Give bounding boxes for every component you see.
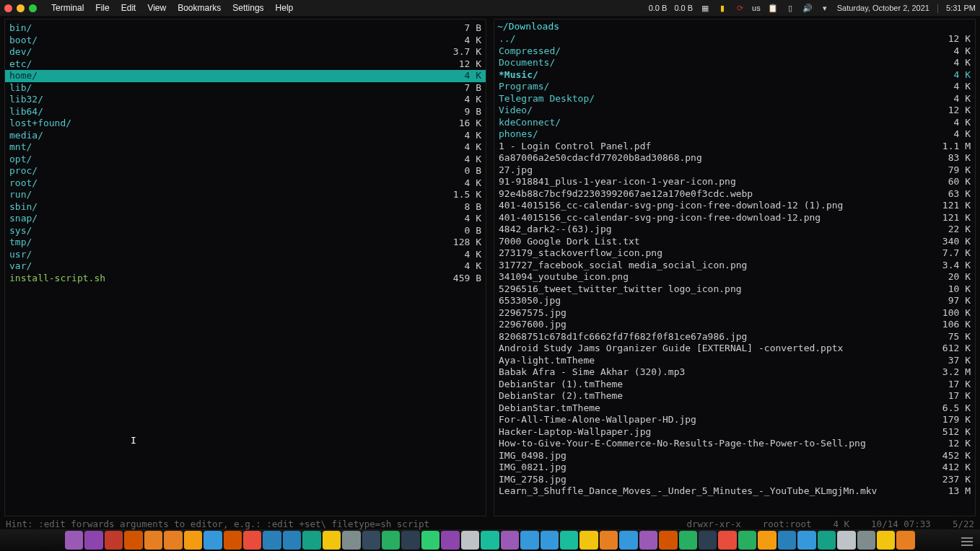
list-item[interactable]: kdeConnect/4 K <box>494 117 975 129</box>
dock-app-2[interactable] <box>105 531 123 550</box>
list-item[interactable]: lib/7 B <box>5 82 486 94</box>
list-item[interactable]: 401-4015156_cc-calendar-svg-png-icon-fre… <box>494 212 975 224</box>
update-icon[interactable]: ⟳ <box>735 3 745 13</box>
dock-app-19[interactable] <box>441 531 459 550</box>
list-item[interactable]: sys/0 B <box>5 225 486 237</box>
dock-app-29[interactable] <box>639 531 657 550</box>
dock-app-0[interactable] <box>65 531 83 550</box>
dock-app-20[interactable] <box>461 531 479 550</box>
menu-file[interactable]: File <box>89 3 115 13</box>
dock-app-31[interactable] <box>679 531 697 550</box>
dock-app-13[interactable] <box>323 531 341 550</box>
dock-app-11[interactable] <box>283 531 301 550</box>
dock-app-27[interactable] <box>600 531 618 550</box>
list-item[interactable]: 7000 Google Dork List.txt340 K <box>494 236 975 248</box>
menu-bookmarks[interactable]: Bookmarks <box>172 3 227 13</box>
dock-app-23[interactable] <box>520 531 538 550</box>
list-item[interactable]: media/4 K <box>5 130 486 142</box>
dock-app-25[interactable] <box>560 531 578 550</box>
list-item[interactable]: dev/3.7 K <box>5 46 486 58</box>
chevron-down-icon[interactable]: ▾ <box>820 3 830 13</box>
list-item[interactable]: lib64/9 B <box>5 106 486 118</box>
menu-settings[interactable]: Settings <box>227 3 269 13</box>
list-item[interactable]: Documents/4 K <box>494 57 975 69</box>
list-item[interactable]: proc/0 B <box>5 165 486 177</box>
dock-app-28[interactable] <box>619 531 637 550</box>
list-item[interactable]: mnt/4 K <box>5 141 486 154</box>
list-item[interactable]: 6a87006a2e50cdacfd77020b8ad30868.png83 K <box>494 152 975 164</box>
dock-app-35[interactable] <box>758 531 776 550</box>
dock-app-7[interactable] <box>204 531 222 550</box>
dock-app-3[interactable] <box>124 531 142 550</box>
list-item[interactable]: 92e4b88c7bcf9d22303992067ae12a170e0f3cdc… <box>494 188 975 200</box>
dock-app-15[interactable] <box>362 531 380 550</box>
list-item[interactable]: run/1.5 K <box>5 189 486 201</box>
list-item[interactable]: Hacker-Laptop-Wallpaper.jpg512 K <box>494 426 975 438</box>
list-item[interactable]: How-to-Give-Your-E-Commerce-No-Results-P… <box>494 438 975 450</box>
right-pane[interactable]: ~/Downloads ../12 KCompressed/4 KDocumen… <box>494 19 976 516</box>
dock-app-38[interactable] <box>818 531 836 550</box>
list-item[interactable]: 1 - Login Control Panel.pdf1.1 M <box>494 141 975 153</box>
list-item[interactable]: 22967600.jpg106 K <box>494 319 975 331</box>
list-item[interactable]: Android Study Jams Organizer Guide [EXTE… <box>494 343 975 355</box>
list-item[interactable]: 82068751c678d1fc6662fd7f682f0f81ce67a986… <box>494 331 975 343</box>
list-item[interactable]: DebianStar (2).tmTheme17 K <box>494 390 975 402</box>
list-item[interactable]: bin/7 B <box>5 22 486 35</box>
clipboard-icon[interactable]: 📋 <box>768 3 778 13</box>
dock-app-16[interactable] <box>382 531 400 550</box>
list-item[interactable]: IMG_0498.jpg452 K <box>494 450 975 462</box>
dock-app-9[interactable] <box>243 531 261 550</box>
list-item[interactable]: sbin/8 B <box>5 201 486 213</box>
dock-app-30[interactable] <box>659 531 677 550</box>
list-item[interactable]: lost+found/16 K <box>5 118 486 130</box>
dock-app-1[interactable] <box>84 531 102 550</box>
dock-app-26[interactable] <box>579 531 598 550</box>
list-item[interactable]: 341094_youtube_icon.png20 K <box>494 271 975 283</box>
dock-app-17[interactable] <box>401 531 419 550</box>
menu-edit[interactable]: Edit <box>115 3 142 13</box>
dock-app-22[interactable] <box>501 531 519 550</box>
dock-app-32[interactable] <box>699 531 717 550</box>
dock-app-5[interactable] <box>164 531 182 550</box>
close-icon[interactable] <box>4 4 12 12</box>
list-item[interactable]: Compressed/4 K <box>494 45 975 58</box>
dock-app-8[interactable] <box>224 531 242 550</box>
dock-app-37[interactable] <box>797 531 815 550</box>
dock-app-4[interactable] <box>144 531 162 550</box>
dock-app-21[interactable] <box>481 531 499 550</box>
list-item[interactable]: opt/4 K <box>5 154 486 166</box>
list-item[interactable]: 273179_stackoverflow_icon.png7.7 K <box>494 247 975 260</box>
dock-app-36[interactable] <box>778 531 796 550</box>
dock-app-10[interactable] <box>263 531 281 550</box>
list-item[interactable]: 401-4015156_cc-calendar-svg-png-icon-fre… <box>494 200 975 212</box>
list-item[interactable]: phones/4 K <box>494 128 975 141</box>
maximize-icon[interactable] <box>29 4 37 12</box>
list-item[interactable]: Aya-light.tmTheme37 K <box>494 355 975 367</box>
list-item[interactable]: var/4 K <box>5 260 486 273</box>
list-item[interactable]: *Music/4 K <box>494 69 975 81</box>
list-item[interactable]: 4842_dark2--(63).jpg22 K <box>494 224 975 236</box>
list-item[interactable]: For-All-Time-Alone-Wallpaper-HD.jpg179 K <box>494 414 975 426</box>
menu-view[interactable]: View <box>141 3 172 13</box>
dock-app-42[interactable] <box>896 531 914 550</box>
dock-app-18[interactable] <box>421 531 439 550</box>
dock-app-40[interactable] <box>857 531 875 550</box>
list-item[interactable]: lib32/4 K <box>5 94 486 106</box>
list-item[interactable]: IMG_2758.jpg237 K <box>494 474 975 486</box>
list-item[interactable]: Video/12 K <box>494 105 975 117</box>
list-item[interactable]: 317727_facebook_social media_social_icon… <box>494 260 975 272</box>
dock-app-6[interactable] <box>184 531 202 550</box>
workspace-icon[interactable]: ▦ <box>700 3 710 13</box>
list-item[interactable]: snap/4 K <box>5 213 486 225</box>
list-item[interactable]: 91-918841_plus-1-year-icon-1-year-icon.p… <box>494 176 975 188</box>
left-pane[interactable]: bin/7 Bboot/4 Kdev/3.7 Ketc/12 Khome/4 K… <box>4 19 486 516</box>
app-name[interactable]: Terminal <box>45 3 89 13</box>
list-item[interactable]: Telegram Desktop/4 K <box>494 93 975 105</box>
list-item[interactable]: 6533050.jpg97 K <box>494 295 975 307</box>
time[interactable]: 5:31 PM <box>946 4 976 12</box>
list-item[interactable]: 22967575.jpg100 K <box>494 307 975 319</box>
dock-app-33[interactable] <box>718 531 736 550</box>
list-item[interactable]: usr/4 K <box>5 249 486 261</box>
dock-app-41[interactable] <box>877 531 895 550</box>
menu-icon[interactable] <box>961 537 973 546</box>
